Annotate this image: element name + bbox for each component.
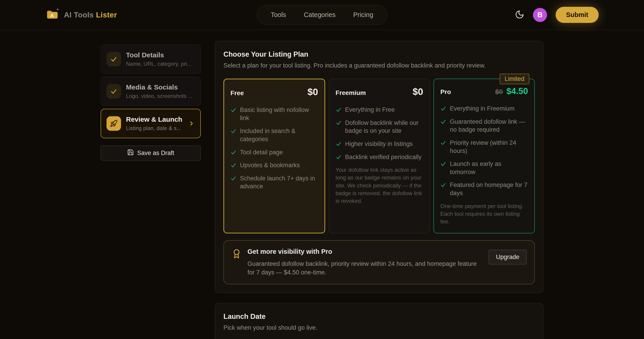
plan-feature: Basic listing with nofollow link — [230, 106, 318, 122]
plan-feature: Launch as early as tomorrow — [440, 160, 528, 176]
check-icon — [230, 107, 236, 113]
plan-feature: Backlink verified periodically — [336, 153, 423, 161]
user-avatar[interactable]: B — [533, 8, 547, 22]
step-title: Media & Socials — [126, 84, 192, 91]
plan-section-subtitle: Select a plan for your tool listing. Pro… — [224, 62, 535, 69]
main-nav: Tools Categories Pricing — [257, 5, 388, 25]
plan-section-title: Choose Your Listing Plan — [224, 50, 535, 58]
plan-price-old: $9 — [495, 88, 503, 96]
chevron-right-icon — [188, 120, 195, 127]
plan-card-freemium[interactable]: Freemium $0 Everything in Free Dofollow … — [329, 79, 430, 234]
plan-note: Your dofollow link stays active as long … — [336, 166, 423, 205]
nav-item-pricing[interactable]: Pricing — [346, 8, 381, 22]
plan-note: One-time payment per tool listing. Each … — [440, 202, 528, 226]
folder-logo-icon: A ✦ — [45, 8, 59, 22]
check-icon — [440, 182, 446, 188]
theme-toggle-button[interactable] — [515, 10, 524, 20]
check-icon — [336, 107, 342, 112]
rocket-icon — [106, 116, 121, 131]
nav-item-categories[interactable]: Categories — [296, 8, 343, 22]
award-icon — [232, 249, 242, 260]
plan-feature: Dofollow backlink while our badge is on … — [336, 119, 423, 135]
check-icon — [336, 154, 342, 160]
plan-feature: Higher visibility in listings — [336, 140, 423, 148]
listing-plan-panel: Choose Your Listing Plan Select a plan f… — [215, 41, 544, 293]
svg-text:✦: ✦ — [56, 8, 59, 11]
check-icon — [230, 176, 236, 181]
svg-text:A: A — [50, 12, 54, 18]
plan-price: $4.50 — [506, 86, 528, 96]
check-icon — [230, 149, 236, 155]
save-icon — [127, 149, 134, 157]
brand-name: AI Tools Lister — [64, 11, 117, 19]
check-icon — [440, 119, 446, 125]
plan-name: Free — [230, 90, 244, 97]
save-as-draft-button[interactable]: Save as Draft — [100, 146, 201, 161]
steps-sidebar: Tool Details Name, URL, category, pri...… — [100, 41, 201, 161]
check-icon — [106, 84, 121, 98]
launch-section-title: Launch Date — [224, 312, 535, 321]
step-subtitle: Logo, video, screenshots ... — [126, 93, 192, 99]
upsell-description: Guaranteed dofollow backlink, priority r… — [248, 260, 483, 277]
check-icon — [230, 162, 236, 168]
step-subtitle: Name, URL, category, pri... — [126, 61, 192, 67]
check-icon — [230, 128, 236, 134]
launch-date-panel: Launch Date Pick when your tool should g… — [215, 303, 544, 339]
plan-feature: Everything in Freemium — [440, 105, 528, 113]
plan-price: $0 — [413, 86, 423, 97]
brand-logo[interactable]: A ✦ AI Tools Lister — [45, 8, 117, 22]
plan-card-pro[interactable]: Limited Pro $9 $4.50 Everything in Freem… — [434, 79, 535, 234]
launch-section-subtitle: Pick when your tool should go live. — [224, 324, 535, 331]
sidebar-item-tool-details[interactable]: Tool Details Name, URL, category, pri... — [100, 44, 201, 74]
plan-feature: Everything in Free — [336, 106, 423, 114]
plan-feature: Schedule launch 7+ days in advance — [230, 174, 318, 190]
plan-feature: Upvotes & bookmarks — [230, 161, 318, 170]
plan-feature: Tool detail page — [230, 148, 318, 156]
plan-feature: Guaranteed dofollow link — no badge requ… — [440, 118, 528, 134]
check-icon — [336, 141, 342, 147]
upgrade-button[interactable]: Upgrade — [488, 250, 526, 264]
upsell-title: Get more visibility with Pro — [248, 248, 483, 256]
limited-badge: Limited — [500, 74, 529, 84]
plan-name: Pro — [440, 88, 451, 96]
step-subtitle: Listing plan, date & s... — [126, 125, 182, 132]
step-title: Tool Details — [126, 51, 192, 59]
app-header: A ✦ AI Tools Lister Tools Categories Pri… — [0, 0, 644, 30]
sidebar-item-review-launch[interactable]: Review & Launch Listing plan, date & s..… — [100, 109, 201, 138]
plan-price: $0 — [308, 86, 318, 98]
check-icon — [106, 52, 121, 66]
plan-card-free[interactable]: Free $0 Basic listing with nofollow link… — [224, 79, 325, 234]
pro-upsell-banner: Get more visibility with Pro Guaranteed … — [224, 240, 535, 284]
moon-icon — [515, 10, 524, 20]
check-icon — [440, 140, 446, 146]
step-title: Review & Launch — [126, 116, 182, 123]
plan-feature: Featured on homepage for 7 days — [440, 181, 528, 197]
submit-button[interactable]: Submit — [556, 7, 599, 23]
sidebar-item-media-socials[interactable]: Media & Socials Logo, video, screenshots… — [100, 76, 201, 106]
check-icon — [440, 161, 446, 167]
save-as-draft-label: Save as Draft — [137, 150, 174, 156]
plan-feature: Included in search & categories — [230, 127, 318, 143]
nav-item-tools[interactable]: Tools — [263, 8, 294, 22]
plan-name: Freemium — [336, 89, 366, 96]
check-icon — [336, 120, 342, 126]
check-icon — [440, 106, 446, 112]
plan-feature: Priority review (within 24 hours) — [440, 139, 528, 155]
